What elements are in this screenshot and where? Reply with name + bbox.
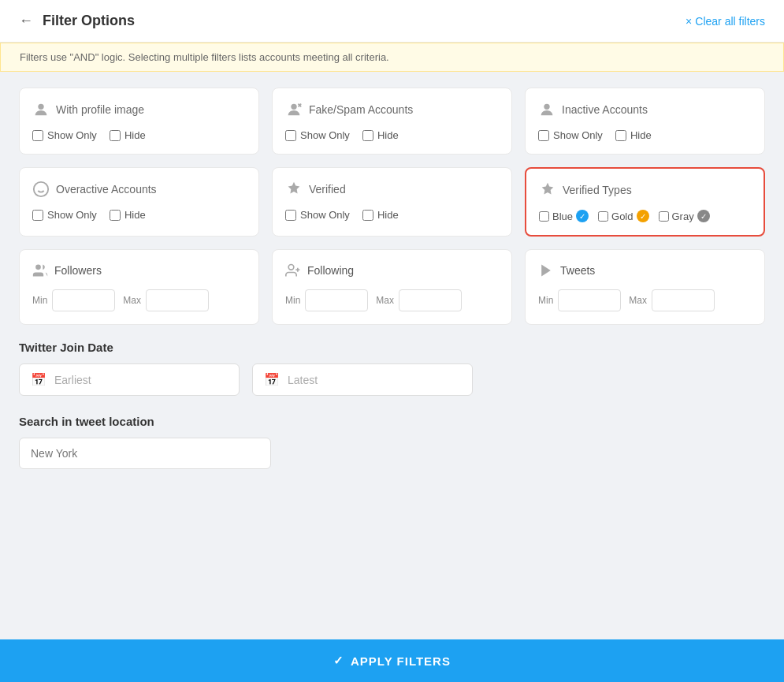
hide-checkbox-spam[interactable]: Hide — [362, 129, 399, 141]
stat-card-title-followers: Followers — [54, 264, 102, 277]
earliest-date-input[interactable]: 📅 Earliest — [19, 363, 240, 396]
show-only-input-inactive[interactable] — [538, 130, 549, 141]
max-input-following[interactable] — [399, 289, 462, 311]
gold-badge-icon: ✓ — [637, 210, 649, 222]
show-only-checkbox-spam[interactable]: Show Only — [285, 129, 350, 141]
checkmark-icon: ✓ — [333, 654, 344, 668]
hide-label-spam: Hide — [377, 129, 399, 141]
location-title: Search in tweet location — [19, 415, 765, 428]
min-input-followers[interactable] — [52, 289, 115, 311]
filter-options-spam: Show Only Hide — [285, 129, 499, 141]
min-label-following: Min — [285, 295, 300, 306]
clear-filters-button[interactable]: × Clear all filters — [686, 15, 765, 28]
blue-checkbox[interactable] — [539, 211, 549, 222]
hide-input-inactive[interactable] — [615, 130, 626, 141]
latest-placeholder: Latest — [288, 374, 318, 386]
filter-card-header-spam: Fake/Spam Accounts — [285, 101, 499, 118]
filter-grid: With profile image Show Only Hide Fake/S… — [19, 88, 765, 237]
min-input-tweets[interactable] — [558, 289, 621, 311]
gray-checkbox[interactable] — [659, 211, 669, 222]
location-input[interactable] — [31, 447, 259, 460]
filter-card-fake-spam: Fake/Spam Accounts Show Only Hide — [272, 88, 512, 155]
gray-badge-icon: ✓ — [697, 210, 710, 222]
hide-input-profile[interactable] — [110, 130, 121, 141]
show-only-input-profile[interactable] — [32, 130, 43, 141]
filter-card-header-overactive: Overactive Accounts — [32, 181, 246, 198]
hide-checkbox-overactive[interactable]: Hide — [110, 209, 146, 221]
filter-card-header-verified-types: Verified Types — [539, 181, 751, 199]
filter-options-profile: Show Only Hide — [32, 129, 246, 141]
stat-card-header-followers: Followers — [32, 263, 246, 278]
stat-card-title-tweets: Tweets — [560, 264, 595, 277]
apply-filters-bar[interactable]: ✓ APPLY FILTERS — [0, 639, 784, 682]
overactive-icon — [32, 181, 50, 198]
verified-types-options: Blue ✓ Gold ✓ Gray ✓ — [539, 210, 751, 222]
svg-point-5 — [34, 182, 48, 196]
show-only-checkbox-inactive[interactable]: Show Only — [538, 129, 603, 141]
max-label-following: Max — [376, 295, 394, 306]
min-group-tweets: Min — [538, 289, 621, 311]
show-only-label-verified: Show Only — [300, 209, 350, 221]
filter-card-overactive: Overactive Accounts Show Only Hide — [19, 167, 259, 237]
show-only-checkbox-profile[interactable]: Show Only — [32, 129, 97, 141]
verified-types-icon — [539, 181, 556, 199]
latest-date-input[interactable]: 📅 Latest — [252, 363, 473, 396]
verified-type-gold[interactable]: Gold ✓ — [598, 210, 648, 222]
stat-card-followers: Followers Min Max — [19, 249, 259, 325]
show-only-checkbox-overactive[interactable]: Show Only — [32, 209, 97, 221]
join-date-title: Twitter Join Date — [19, 341, 765, 354]
gold-checkbox[interactable] — [598, 211, 608, 222]
max-input-followers[interactable] — [146, 289, 209, 311]
stat-inputs-followers: Min Max — [32, 289, 246, 311]
svg-point-8 — [35, 265, 41, 270]
hide-checkbox-inactive[interactable]: Hide — [615, 129, 652, 141]
min-group-followers: Min — [32, 289, 115, 311]
min-label-followers: Min — [32, 295, 47, 306]
filter-card-title-verified-types: Verified Types — [563, 184, 632, 196]
show-only-label-inactive: Show Only — [553, 129, 603, 141]
filter-card-header-verified: Verified — [285, 181, 499, 198]
stat-card-header-following: Following — [285, 263, 499, 278]
stat-card-following: Following Min Max — [272, 249, 512, 325]
hide-label-verified: Hide — [377, 209, 399, 221]
info-text: Filters use "AND" logic. Selecting multi… — [20, 51, 389, 63]
filter-card-title-spam: Fake/Spam Accounts — [309, 103, 413, 116]
show-only-input-overactive[interactable] — [32, 210, 43, 221]
filter-card-title-verified: Verified — [309, 183, 346, 196]
stat-card-tweets: Tweets Min Max — [525, 249, 765, 325]
calendar-icon-latest: 📅 — [264, 372, 280, 387]
show-only-label-profile: Show Only — [47, 129, 97, 141]
verified-type-blue[interactable]: Blue ✓ — [539, 210, 589, 222]
min-input-following[interactable] — [305, 289, 368, 311]
filter-card-title-profile: With profile image — [56, 103, 144, 116]
verified-type-gray[interactable]: Gray ✓ — [659, 210, 710, 222]
hide-checkbox-verified[interactable]: Hide — [362, 209, 399, 221]
show-only-input-verified[interactable] — [285, 210, 296, 221]
back-button[interactable]: ← — [19, 13, 33, 29]
blue-badge-icon: ✓ — [576, 210, 589, 222]
filter-card-with-profile-image: With profile image Show Only Hide — [19, 88, 259, 155]
stat-inputs-following: Min Max — [285, 289, 499, 311]
max-label-tweets: Max — [629, 295, 647, 306]
tweets-icon — [538, 263, 554, 278]
location-input-wrapper — [19, 438, 271, 469]
stats-grid: Followers Min Max Following — [19, 249, 765, 325]
svg-point-4 — [544, 104, 549, 110]
main-content: With profile image Show Only Hide Fake/S… — [0, 72, 784, 501]
hide-checkbox-profile[interactable]: Hide — [110, 129, 146, 141]
clear-filters-label: Clear all filters — [695, 15, 765, 28]
blue-label: Blue — [552, 211, 573, 222]
show-only-checkbox-verified[interactable]: Show Only — [285, 209, 350, 221]
hide-input-verified[interactable] — [362, 210, 373, 221]
apply-button[interactable]: ✓ APPLY FILTERS — [14, 654, 770, 668]
followers-icon — [32, 263, 48, 278]
following-icon — [285, 263, 301, 278]
stat-inputs-tweets: Min Max — [538, 289, 752, 311]
max-input-tweets[interactable] — [652, 289, 715, 311]
hide-input-overactive[interactable] — [110, 210, 121, 221]
hide-input-spam[interactable] — [362, 130, 373, 141]
show-only-input-spam[interactable] — [285, 130, 296, 141]
max-group-tweets: Max — [629, 289, 715, 311]
filter-card-verified: Verified Show Only Hide — [272, 167, 512, 237]
filter-card-title-overactive: Overactive Accounts — [56, 183, 157, 196]
